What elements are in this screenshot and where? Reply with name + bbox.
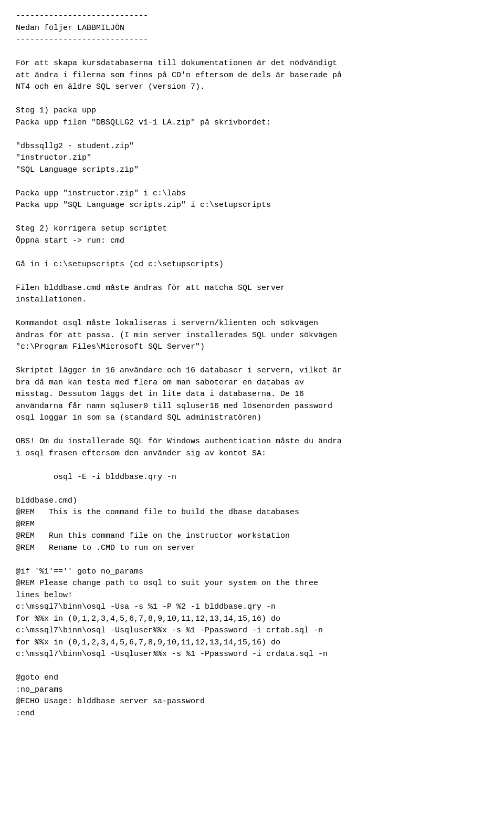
- main-content: ---------------------------- Nedan följe…: [16, 11, 488, 720]
